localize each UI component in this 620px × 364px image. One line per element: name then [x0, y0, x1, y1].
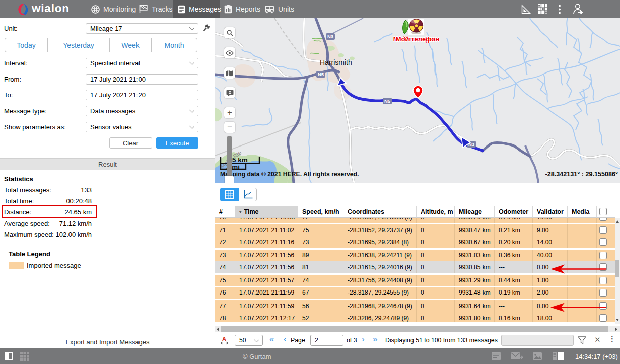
- svg-text:A: A: [222, 336, 226, 342]
- svg-text:Harrismith: Harrismith: [320, 58, 352, 66]
- svg-text:N5: N5: [384, 98, 391, 104]
- svg-text:N3: N3: [327, 34, 333, 39]
- svg-text:N5: N5: [318, 71, 324, 77]
